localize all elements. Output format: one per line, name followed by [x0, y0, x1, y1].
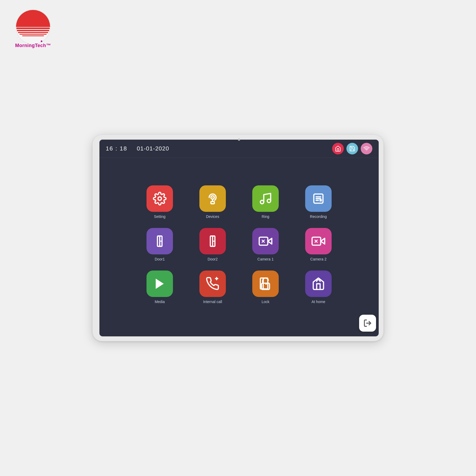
- camera1-label: Camera 1: [257, 257, 273, 261]
- app-door1[interactable]: Door1: [139, 228, 181, 266]
- app-door2[interactable]: Door2: [191, 228, 234, 266]
- app-recording[interactable]: Recording: [297, 185, 340, 224]
- devices-label: Devices: [206, 214, 219, 219]
- time-display: 16 : 18: [106, 145, 127, 152]
- media-label: Media: [155, 300, 165, 304]
- recording-icon-bg: [305, 185, 332, 212]
- door1-label: Door1: [155, 257, 165, 261]
- door2-icon-bg: [199, 228, 226, 254]
- lock-icon-bg: [252, 271, 279, 297]
- svg-point-35: [265, 283, 267, 285]
- svg-marker-30: [156, 279, 164, 289]
- svg-rect-5: [22, 35, 44, 36]
- camera2-label: Camera 2: [310, 257, 326, 261]
- screen: 16 : 18 01-01-2020: [99, 140, 379, 336]
- svg-point-26: [213, 241, 214, 242]
- app-grid: Setting Devices: [139, 185, 340, 309]
- app-lock[interactable]: Lock: [244, 271, 287, 309]
- app-media[interactable]: Media: [139, 271, 181, 309]
- ring-label: Ring: [262, 214, 269, 219]
- door1-icon-bg: [147, 228, 173, 254]
- wifi-header-button[interactable]: [361, 143, 372, 154]
- camera2-icon-bg: [305, 228, 332, 254]
- date-display: 01-01-2020: [137, 145, 169, 152]
- camera1-icon-bg: [252, 228, 279, 254]
- media-icon-bg: [147, 271, 173, 297]
- internal-call-icon-bg: [199, 271, 226, 297]
- svg-point-16: [267, 199, 271, 203]
- app-grid-area: Setting Devices: [99, 158, 379, 336]
- tablet-device: 16 : 18 01-01-2020: [93, 135, 383, 341]
- app-at-home[interactable]: At home: [297, 271, 340, 309]
- svg-text:MorningTech™: MorningTech™: [15, 43, 51, 48]
- header-icons: [332, 143, 372, 154]
- at-home-label: At home: [312, 300, 325, 304]
- svg-point-10: [158, 197, 162, 200]
- save-header-button[interactable]: [346, 143, 358, 154]
- app-ring[interactable]: music notes Ring: [244, 185, 287, 224]
- svg-point-8: [41, 40, 42, 42]
- svg-rect-4: [20, 34, 47, 35]
- at-home-icon-bg: [305, 271, 332, 297]
- internal-call-label: Internal call: [203, 300, 222, 304]
- svg-point-15: [260, 200, 264, 204]
- svg-rect-1: [16, 28, 50, 29]
- recording-label: Recording: [310, 214, 327, 219]
- ring-icon-bg: music notes: [252, 185, 279, 212]
- app-devices[interactable]: Devices: [191, 185, 234, 224]
- app-setting[interactable]: Setting: [139, 185, 181, 224]
- svg-rect-2: [17, 30, 49, 31]
- logout-button[interactable]: [359, 315, 376, 332]
- setting-label: Setting: [154, 214, 166, 219]
- svg-point-23: [160, 241, 161, 242]
- app-internal-call[interactable]: Internal call: [191, 271, 234, 309]
- home-header-button[interactable]: [332, 143, 344, 154]
- logout-icon: [363, 319, 372, 327]
- tablet-camera: [238, 139, 240, 141]
- app-camera1[interactable]: Camera 1: [244, 228, 287, 266]
- logo-area: MorningTech™: [11, 8, 56, 51]
- setting-icon-bg: [147, 185, 173, 212]
- app-camera2[interactable]: Camera 2: [297, 228, 340, 266]
- devices-icon-bg: [199, 185, 226, 212]
- lock-label: Lock: [262, 300, 269, 304]
- door2-label: Door2: [208, 257, 218, 261]
- svg-point-14: [212, 197, 213, 198]
- svg-rect-21: [319, 199, 322, 202]
- header-bar: 16 : 18 01-01-2020: [99, 140, 379, 158]
- svg-rect-3: [18, 32, 48, 33]
